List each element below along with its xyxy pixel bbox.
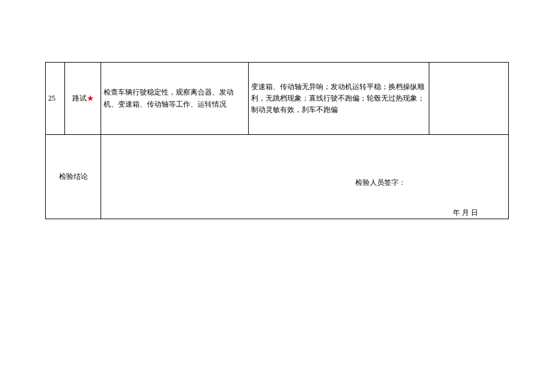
conclusion-row: 检验结论 检验人员签字： 年 月 日 <box>46 135 509 219</box>
signature-label: 检验人员签字： <box>355 177 406 188</box>
row-number: 25 <box>46 63 65 135</box>
star-icon: ★ <box>87 94 94 102</box>
inspection-table: 25 路试★ 检查车辆行驶稳定性，观察离合器、发动机、变速箱、传动轴等工作、运转… <box>45 62 509 219</box>
conclusion-body-cell: 检验人员签字： 年 月 日 <box>101 135 509 219</box>
conclusion-label-cell: 检验结论 <box>46 135 101 219</box>
result-cell <box>429 63 509 135</box>
document-table-wrapper: 25 路试★ 检查车辆行驶稳定性，观察离合器、发动机、变速箱、传动轴等工作、运转… <box>0 0 554 219</box>
method-cell: 检查车辆行驶稳定性，观察离合器、发动机、变速箱、传动轴等工作、运转情况 <box>101 63 249 135</box>
conclusion-label-text: 检验结论 <box>59 172 88 181</box>
method-text: 检查车辆行驶稳定性，观察离合器、发动机、变速箱、传动轴等工作、运转情况 <box>104 88 234 108</box>
requirement-text: 变速箱、传动轴无异响；发动机运转平稳；换档操纵顺利，无跳档现象；直线行驶不跑偏；… <box>251 82 425 114</box>
table-row: 25 路试★ 检查车辆行驶稳定性，观察离合器、发动机、变速箱、传动轴等工作、运转… <box>46 63 509 135</box>
date-label: 年 月 日 <box>453 207 478 219</box>
requirement-cell: 变速箱、传动轴无异响；发动机运转平稳；换档操纵顺利，无跳档现象；直线行驶不跑偏；… <box>249 63 429 135</box>
item-cell: 路试★ <box>65 63 101 135</box>
row-number-text: 25 <box>48 94 55 102</box>
item-name: 路试 <box>72 94 87 102</box>
